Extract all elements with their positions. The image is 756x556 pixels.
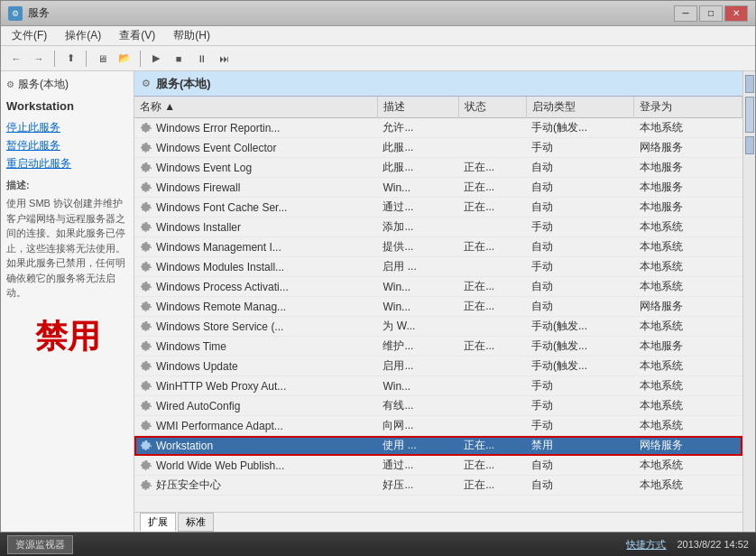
table-row[interactable]: Windows Event Log 此服... 正在... 自动 本地服务 xyxy=(134,158,742,178)
table-row[interactable]: Windows Installer 添加... 手动 本地系统 xyxy=(134,218,742,237)
col-header-login[interactable]: 登录为 xyxy=(634,97,742,118)
table-row[interactable]: Windows Update 启用... 手动(触发... 本地系统 xyxy=(134,357,742,376)
table-row[interactable]: Windows Modules Install... 启用 ... 手动 本地系… xyxy=(134,257,742,277)
stop-service-link[interactable]: 停止此服务 xyxy=(6,120,128,135)
table-row[interactable]: Windows Error Reportin... 允许... 手动(触发...… xyxy=(134,118,742,138)
col-header-status[interactable]: 状态 xyxy=(458,97,526,118)
pause-button[interactable]: ⏸ xyxy=(191,49,211,69)
menu-action[interactable]: 操作(A) xyxy=(61,26,105,45)
menu-help[interactable]: 帮助(H) xyxy=(170,26,214,45)
table-row[interactable]: Windows Remote Manag... Win... 正在... 自动 … xyxy=(134,297,742,317)
forward-button[interactable]: → xyxy=(29,49,49,69)
right-panel-title: 服务(本地) xyxy=(156,76,211,92)
table-row[interactable]: Windows Store Service (... 为 W... 手动(触发.… xyxy=(134,317,742,337)
back-button[interactable]: ← xyxy=(6,49,26,69)
service-description-text: 使用 SMB 协议创建并维护客户端网络与远程服务器之间的连接。如果此服务已停止，… xyxy=(6,196,128,301)
table-row[interactable]: WinHTTP Web Proxy Aut... Win... 手动 本地系统 xyxy=(134,376,742,396)
menu-bar: 文件(F) 操作(A) 查看(V) 帮助(H) xyxy=(1,26,755,46)
table-row[interactable]: WMI Performance Adapt... 向网... 手动 本地系统 xyxy=(134,416,742,436)
left-panel: ⚙ 服务(本地) Workstation 停止此服务 暂停此服务 重启动此服务 … xyxy=(1,71,134,532)
toolbar-separator-2 xyxy=(86,51,87,67)
table-row[interactable]: Windows Management I... 提供... 正在... 自动 本… xyxy=(134,237,742,257)
taskbar-item-resource-monitor[interactable]: 资源监视器 xyxy=(7,535,73,554)
right-side-btn-2[interactable] xyxy=(745,136,754,154)
tab-extended[interactable]: 扩展 xyxy=(140,513,176,532)
taskbar-time: 2013/8/22 14:52 xyxy=(677,539,749,550)
right-panel: ⚙ 服务(本地) 名称 ▲ 描述 状态 启动类型 登录为 xyxy=(134,71,742,532)
minimize-button[interactable]: ─ xyxy=(674,5,697,22)
selected-service-name: Workstation xyxy=(6,99,128,113)
stop-button[interactable]: ■ xyxy=(169,49,189,69)
up-button[interactable]: ⬆ xyxy=(60,49,80,69)
maximize-button[interactable]: □ xyxy=(699,5,723,22)
taskbar: 资源监视器 快捷方式 2013/8/22 14:52 xyxy=(0,533,756,556)
tab-standard[interactable]: 标准 xyxy=(178,513,214,532)
table-row[interactable]: Windows Font Cache Ser... 通过... 正在... 自动… xyxy=(134,198,742,218)
restart-button[interactable]: ⏭ xyxy=(214,49,234,69)
taskbar-right: 快捷方式 2013/8/22 14:52 xyxy=(626,538,749,551)
right-side-bar xyxy=(742,71,755,532)
table-row[interactable]: Windows Firewall Win... 正在... 自动 本地服务 xyxy=(134,178,742,198)
right-side-btn-1[interactable] xyxy=(745,75,754,93)
toolbar-separator-3 xyxy=(140,51,141,67)
menu-view[interactable]: 查看(V) xyxy=(115,26,159,45)
status-tabs-bar: 扩展 标准 xyxy=(134,512,742,532)
close-button[interactable]: ✕ xyxy=(724,5,748,22)
restart-service-link[interactable]: 重启动此服务 xyxy=(6,156,128,171)
toolbar: ← → ⬆ 🖥 📂 ▶ ■ ⏸ ⏭ xyxy=(1,46,755,71)
table-row[interactable]: World Wide Web Publish... 通过... 正在... 自动… xyxy=(134,456,742,476)
pause-service-link[interactable]: 暂停此服务 xyxy=(6,138,128,153)
play-button[interactable]: ▶ xyxy=(146,49,166,69)
taskbar-shortcut-link[interactable]: 快捷方式 xyxy=(626,538,666,551)
service-description-section: 描述: 使用 SMB 协议创建并维护客户端网络与远程服务器之间的连接。如果此服务… xyxy=(6,179,128,301)
col-header-desc[interactable]: 描述 xyxy=(377,97,458,118)
table-row[interactable]: Workstation 使用 ... 正在... 禁用 网络服务 xyxy=(134,436,742,456)
open-button[interactable]: 📂 xyxy=(115,49,134,69)
right-side-scroll xyxy=(745,97,754,133)
show-console-button[interactable]: 🖥 xyxy=(92,49,112,69)
services-table[interactable]: 名称 ▲ 描述 状态 启动类型 登录为 xyxy=(134,97,742,512)
menu-file[interactable]: 文件(F) xyxy=(8,26,51,45)
toolbar-separator-1 xyxy=(54,51,55,67)
right-panel-header: ⚙ 服务(本地) xyxy=(134,71,742,97)
window-title: 服务 xyxy=(28,5,50,21)
disabled-label: 禁用 xyxy=(6,315,128,359)
table-row[interactable]: 好压安全中心 好压... 正在... 自动 本地系统 xyxy=(134,476,742,496)
table-row[interactable]: Windows Event Collector 此服... 手动 网络服务 xyxy=(134,138,742,158)
app-icon: ⚙ xyxy=(8,6,23,21)
table-row[interactable]: Windows Time 维护... 正在... 手动(触发... 本地服务 xyxy=(134,337,742,357)
col-header-startup[interactable]: 启动类型 xyxy=(526,97,634,118)
table-row[interactable]: Wired AutoConfig 有线... 手动 本地系统 xyxy=(134,396,742,416)
col-header-name[interactable]: 名称 ▲ xyxy=(134,97,377,118)
window-controls: ─ □ ✕ xyxy=(674,5,748,22)
taskbar-left: 资源监视器 xyxy=(7,535,73,554)
table-header: 名称 ▲ 描述 状态 启动类型 登录为 xyxy=(134,97,742,118)
table-row[interactable]: Windows Process Activati... Win... 正在...… xyxy=(134,277,742,297)
title-bar: ⚙ 服务 ─ □ ✕ xyxy=(1,1,755,26)
tree-item[interactable]: ⚙ 服务(本地) xyxy=(6,77,128,92)
